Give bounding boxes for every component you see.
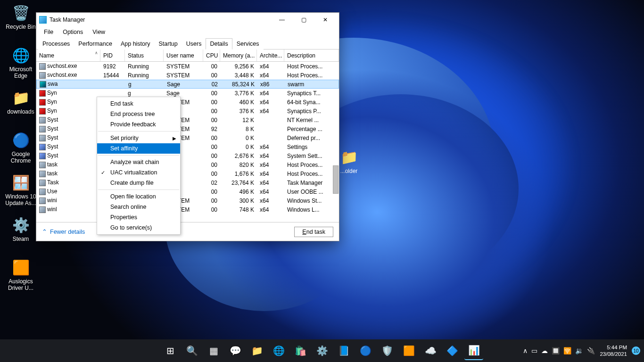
tray-icon[interactable]: 🔲 [552, 347, 560, 354]
table-row[interactable]: svchost.exe9192RunningSYSTEM009,256 Kx64… [36, 62, 339, 71]
tab-services[interactable]: Services [232, 38, 264, 49]
context-create-dump-file[interactable]: Create dump file [97, 178, 180, 188]
table-row[interactable]: winlgSYSTEM00748 Kx64Windows L... [36, 205, 339, 214]
context-analyze-wait-chain[interactable]: Analyze wait chain [97, 157, 180, 167]
desktop-icon-win10-update[interactable]: 🪟Windows 10 Update As... [3, 173, 39, 210]
table-row[interactable]: SystdedSage000 Kx64Settings [36, 142, 339, 151]
table-row[interactable]: SyngSage00376 Kx64Synaptics P... [36, 107, 339, 115]
titlebar[interactable]: Task Manager — ▢ ✕ [36, 13, 339, 27]
taskbar-swarm[interactable]: 🔷 [443, 341, 462, 360]
close-button[interactable]: ✕ [314, 13, 336, 27]
table-row[interactable]: SystgSYSTEM000 KDeferred pr... [36, 133, 339, 142]
column-header-memorya[interactable]: Memory (a... [220, 49, 257, 61]
window-footer: ⌃ Fewer details End task [36, 222, 339, 241]
tray-icon[interactable]: 🛜 [563, 347, 571, 354]
tray-icon[interactable]: 🔉 [575, 347, 583, 354]
context-properties[interactable]: Properties [97, 212, 180, 222]
tab-performance[interactable]: Performance [74, 38, 116, 49]
separator [98, 155, 179, 156]
steam-icon: ⚙️ [11, 215, 31, 235]
table-row[interactable]: svchost.exe15444RunningSYSTEM003,448 Kx6… [36, 71, 339, 80]
taskbar-explorer[interactable]: 📁 [248, 341, 266, 360]
tray-icon[interactable]: ▭ [531, 347, 537, 354]
tab-processes[interactable]: Processes [38, 38, 74, 49]
desktop-icon-recycle-bin[interactable]: 🗑️Recycle Bin [3, 3, 39, 41]
tray-icon[interactable]: 🔌 [587, 347, 595, 354]
context-go-to-service-s-[interactable]: Go to service(s) [97, 222, 180, 233]
context-set-priority[interactable]: Set priority▶ [97, 133, 180, 143]
desktop-icon-downloads[interactable]: 📁downloads [3, 88, 39, 125]
taskbar-start[interactable]: ⊞ [161, 341, 180, 360]
maximize-button[interactable]: ▢ [293, 13, 314, 27]
table-row[interactable]: SystgSage002,676 Kx64System Sett... [36, 151, 339, 160]
table-row[interactable]: SyngSage003,776 Kx64Synaptics T... [36, 89, 339, 98]
column-header-pid[interactable]: PID [100, 49, 125, 61]
process-icon [39, 135, 46, 141]
tab-app-history[interactable]: App history [116, 38, 155, 49]
context-end-process-tree[interactable]: End process tree [97, 109, 180, 119]
tab-users[interactable]: Users [182, 38, 206, 49]
column-header-username[interactable]: User name [164, 49, 203, 61]
table-row[interactable]: winigSYSTEM00300 Kx64Windows St... [36, 196, 339, 205]
column-header-name[interactable]: Name∧ [36, 49, 100, 61]
taskbar-taskmgr[interactable]: 📊 [464, 341, 483, 360]
process-icon [39, 180, 46, 186]
table-row[interactable]: SystgSYSTEM928 KPercentage ... [36, 124, 339, 133]
taskbar-chat[interactable]: 💬 [226, 341, 245, 360]
grid-body[interactable]: svchost.exe9192RunningSYSTEM009,256 Kx64… [36, 62, 339, 229]
taskbar-edge[interactable]: 🌐 [269, 341, 288, 360]
taskbar-store[interactable]: 🛍️ [291, 341, 310, 360]
process-icon [39, 171, 46, 177]
context-provide-feedback[interactable]: Provide feedback [97, 119, 180, 130]
minimize-button[interactable]: — [271, 13, 293, 27]
tab-bar: ProcessesPerformanceApp historyStartupUs… [36, 37, 339, 49]
tray-icon[interactable]: ☁ [541, 347, 548, 354]
context-search-online[interactable]: Search online [97, 202, 180, 212]
taskbar-security[interactable]: 🛡️ [378, 341, 396, 360]
desktop-icon-chrome[interactable]: 🔵Google Chrome [3, 130, 39, 168]
context-set-affinity[interactable]: Set affinity [97, 143, 180, 154]
tab-details[interactable]: Details [206, 38, 232, 49]
fewer-details-link[interactable]: ⌃ Fewer details [42, 228, 85, 235]
menu-options[interactable]: Options [58, 28, 88, 36]
table-row[interactable]: swagSage0285,324 Kx86swarm [36, 80, 339, 89]
submenu-arrow-icon: ▶ [173, 136, 176, 141]
taskbar-auslogics[interactable]: 🟧 [399, 341, 418, 360]
process-icon [39, 206, 46, 213]
taskbar-steam[interactable]: ☁️ [421, 341, 440, 360]
end-task-button[interactable]: End task [294, 227, 333, 237]
menu-view[interactable]: View [88, 28, 110, 36]
taskbar-chrome[interactable]: 🔵 [356, 341, 375, 360]
table-row[interactable]: SyngSYSTEM00460 Kx6464-bit Syna... [36, 98, 339, 107]
context-end-task[interactable]: End task [97, 99, 180, 109]
column-header-cpu[interactable]: CPU [203, 49, 220, 61]
process-icon [39, 197, 46, 204]
tab-startup[interactable]: Startup [154, 38, 182, 49]
table-row[interactable]: SystgSYSTEM0012 KNT Kernel ... [36, 115, 339, 124]
table-row[interactable]: taskgSage001,676 Kx64Host Proces... [36, 169, 339, 178]
column-header-status[interactable]: Status [125, 49, 164, 61]
process-icon [39, 153, 46, 159]
column-header-description[interactable]: Description [284, 49, 339, 61]
desktop-icon-steam[interactable]: ⚙️Steam [3, 215, 39, 253]
table-row[interactable]: TaskgSage0223,764 Kx64Task Manager [36, 178, 339, 187]
taskbar-search[interactable]: 🔍 [182, 341, 201, 360]
column-header-archite[interactable]: Archite... [257, 49, 284, 61]
table-row[interactable]: taskgSage00820 Kx64Host Proces... [36, 160, 339, 169]
process-icon [39, 126, 46, 132]
context-uac-virtualization[interactable]: ✓UAC virtualization [97, 167, 180, 178]
window-title: Task Manager [50, 16, 85, 23]
context-open-file-location[interactable]: Open file location [97, 191, 180, 202]
taskbar-word[interactable]: 📘 [334, 341, 353, 360]
desktop-icon-auslogics[interactable]: 🟧Auslogics Driver U... [3, 257, 39, 295]
desktop-icon-edge[interactable]: 🌐Microsoft Edge [3, 45, 39, 83]
tray-icon[interactable]: ∧ [523, 347, 528, 354]
notification-badge[interactable]: 10 [632, 346, 640, 355]
menu-file[interactable]: File [39, 28, 58, 36]
taskbar-task-view[interactable]: ▦ [204, 341, 223, 360]
scrollbar-thumb[interactable] [333, 165, 339, 194]
process-icon [39, 63, 46, 70]
table-row[interactable]: UsegSage00496 Kx64User OOBE ... [36, 187, 339, 196]
taskbar-settings[interactable]: ⚙️ [313, 341, 331, 360]
clock[interactable]: 5:44 PM 23/08/2021 [600, 344, 627, 357]
